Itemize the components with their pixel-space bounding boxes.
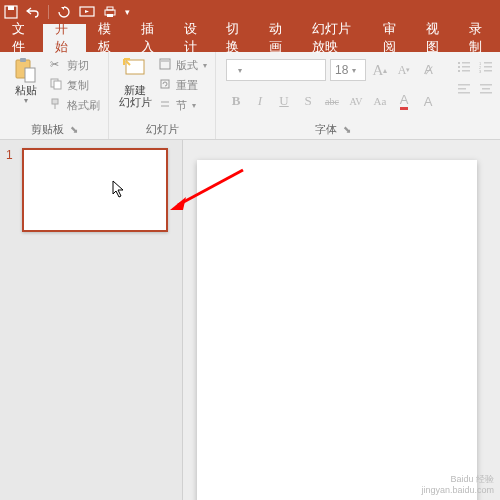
char-spacing-button[interactable]: AV bbox=[346, 90, 366, 112]
redo-icon[interactable] bbox=[57, 6, 71, 18]
svg-rect-1 bbox=[8, 6, 14, 10]
chevron-down-icon: ▾ bbox=[203, 61, 207, 70]
paste-icon bbox=[12, 56, 40, 84]
slide-editor bbox=[183, 140, 500, 500]
scissors-icon: ✂ bbox=[50, 58, 64, 72]
slide-number: 1 bbox=[6, 148, 16, 492]
slides-group-label: 幻灯片 bbox=[117, 120, 207, 137]
layout-button[interactable]: 版式▾ bbox=[159, 56, 207, 74]
bold-button[interactable]: B bbox=[226, 90, 246, 112]
svg-rect-33 bbox=[480, 84, 492, 86]
shadow-button[interactable]: S bbox=[298, 90, 318, 112]
svg-point-22 bbox=[458, 70, 460, 72]
svg-rect-23 bbox=[462, 70, 470, 72]
save-icon[interactable] bbox=[4, 5, 18, 19]
slide-canvas[interactable] bbox=[197, 160, 477, 500]
separator bbox=[48, 5, 49, 19]
tab-record[interactable]: 录制 bbox=[457, 24, 500, 52]
font-size-value: 18 bbox=[335, 63, 348, 77]
paste-label: 粘贴 bbox=[15, 84, 37, 96]
tab-design[interactable]: 设计 bbox=[172, 24, 215, 52]
numbering-button[interactable]: 123 bbox=[476, 58, 496, 76]
new-slide-icon bbox=[121, 56, 149, 84]
svg-text:3: 3 bbox=[479, 69, 482, 73]
font-color-button[interactable]: A bbox=[394, 90, 414, 112]
align-center-button[interactable] bbox=[476, 80, 496, 98]
svg-rect-11 bbox=[52, 99, 58, 104]
slide-thumbnail-1[interactable] bbox=[22, 148, 168, 232]
cursor-icon bbox=[112, 180, 126, 198]
tab-review[interactable]: 审阅 bbox=[371, 24, 414, 52]
tab-home[interactable]: 开始 bbox=[43, 24, 86, 52]
svg-rect-16 bbox=[161, 101, 169, 103]
tab-view[interactable]: 视图 bbox=[414, 24, 457, 52]
cut-label: 剪切 bbox=[67, 58, 89, 73]
print-icon[interactable] bbox=[103, 5, 117, 19]
italic-button[interactable]: I bbox=[250, 90, 270, 112]
tab-insert[interactable]: 插入 bbox=[129, 24, 172, 52]
decrease-font-button[interactable]: A▾ bbox=[394, 59, 414, 81]
quick-access-toolbar: ▾ bbox=[0, 0, 500, 24]
svg-rect-29 bbox=[484, 70, 492, 72]
section-button[interactable]: 节▾ bbox=[159, 96, 207, 114]
font-group-label: 字体⬊ bbox=[226, 120, 440, 137]
highlight-button[interactable]: A bbox=[418, 90, 438, 112]
tab-animation[interactable]: 动画 bbox=[257, 24, 300, 52]
svg-point-18 bbox=[458, 62, 460, 64]
strikethrough-button[interactable]: abc bbox=[322, 90, 342, 112]
svg-rect-5 bbox=[107, 14, 113, 17]
svg-rect-10 bbox=[54, 81, 61, 89]
bullets-button[interactable] bbox=[454, 58, 474, 76]
svg-rect-34 bbox=[482, 88, 490, 90]
tab-transition[interactable]: 切换 bbox=[214, 24, 257, 52]
tab-file[interactable]: 文件 bbox=[0, 24, 43, 52]
increase-font-button[interactable]: A▴ bbox=[370, 59, 390, 81]
svg-rect-30 bbox=[458, 84, 470, 86]
align-left-button[interactable] bbox=[454, 80, 474, 98]
qat-dropdown-icon[interactable]: ▾ bbox=[125, 7, 130, 17]
svg-rect-17 bbox=[161, 105, 169, 107]
svg-rect-19 bbox=[462, 62, 470, 64]
svg-rect-15 bbox=[161, 80, 169, 88]
change-case-button[interactable]: Aa bbox=[370, 90, 390, 112]
reset-label: 重置 bbox=[176, 78, 198, 93]
font-family-combo[interactable]: ▾ bbox=[226, 59, 326, 81]
paste-button[interactable]: 粘贴 ▾ bbox=[8, 56, 44, 105]
reset-button[interactable]: 重置 bbox=[159, 76, 207, 94]
copy-icon bbox=[50, 78, 64, 92]
watermark: Baidu 经验 jingyan.baidu.com bbox=[421, 474, 494, 496]
copy-button[interactable]: 复制 bbox=[50, 76, 100, 94]
undo-icon[interactable] bbox=[26, 6, 40, 18]
tab-template[interactable]: 模板 bbox=[86, 24, 129, 52]
format-painter-label: 格式刷 bbox=[67, 98, 100, 113]
copy-label: 复制 bbox=[67, 78, 89, 93]
new-slide-button[interactable]: 新建 幻灯片 bbox=[117, 56, 153, 108]
dialog-launcher-icon[interactable]: ⬊ bbox=[343, 124, 351, 135]
brush-icon bbox=[50, 98, 64, 112]
reset-icon bbox=[159, 78, 173, 92]
group-font: ▾ 18▾ A▴ A▾ A̷ B I U S abc AV Aa A A 字体⬊ bbox=[216, 52, 450, 139]
cut-button[interactable]: ✂剪切 bbox=[50, 56, 100, 74]
clear-format-button[interactable]: A̷ bbox=[418, 59, 438, 81]
chevron-down-icon: ▾ bbox=[24, 96, 28, 105]
slide-thumbnail-panel: 1 bbox=[0, 140, 182, 500]
svg-rect-14 bbox=[161, 60, 169, 62]
svg-rect-12 bbox=[126, 60, 144, 74]
layout-icon bbox=[159, 58, 173, 72]
svg-rect-35 bbox=[480, 92, 492, 94]
underline-button[interactable]: U bbox=[274, 90, 294, 112]
format-painter-button[interactable]: 格式刷 bbox=[50, 96, 100, 114]
watermark-line1: Baidu 经验 bbox=[421, 474, 494, 485]
workspace: 1 bbox=[0, 140, 500, 500]
clipboard-group-label: 剪贴板⬊ bbox=[8, 120, 100, 137]
svg-rect-25 bbox=[484, 62, 492, 64]
font-size-combo[interactable]: 18▾ bbox=[330, 59, 366, 81]
svg-rect-32 bbox=[458, 92, 470, 94]
new-slide-label: 新建 幻灯片 bbox=[119, 84, 152, 108]
chevron-down-icon: ▾ bbox=[192, 101, 196, 110]
dialog-launcher-icon[interactable]: ⬊ bbox=[70, 124, 78, 135]
group-slides: 新建 幻灯片 版式▾ 重置 节▾ 幻灯片 bbox=[109, 52, 216, 139]
slideshow-icon[interactable] bbox=[79, 5, 95, 19]
svg-rect-31 bbox=[458, 88, 466, 90]
tab-slideshow[interactable]: 幻灯片放映 bbox=[300, 24, 371, 52]
